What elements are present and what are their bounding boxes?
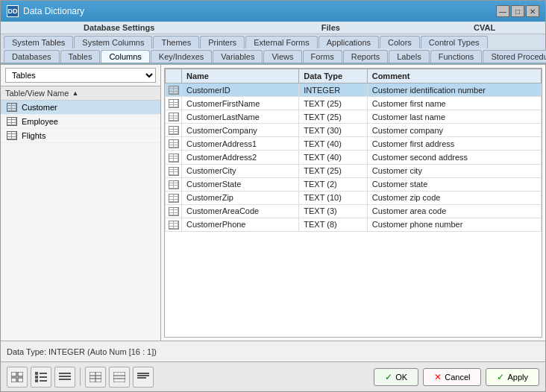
tab-system-tables[interactable]: System Tables bbox=[4, 36, 73, 48]
list-item[interactable]: Employee bbox=[1, 115, 160, 129]
tab-variables[interactable]: Variables bbox=[213, 50, 263, 63]
column-icon bbox=[169, 126, 179, 135]
group-labels-row: Database Settings Files CVAL bbox=[1, 22, 545, 34]
row-name: CustomerCity bbox=[182, 164, 299, 177]
table-row[interactable]: CustomerPhoneTEXT (8)Customer phone numb… bbox=[166, 218, 542, 231]
tab-columns[interactable]: Columns bbox=[101, 50, 149, 63]
row-comment: Customer identification number bbox=[367, 83, 541, 97]
table-row[interactable]: CustomerCompanyTEXT (30)Customer company bbox=[166, 124, 542, 137]
svg-rect-0 bbox=[11, 372, 16, 376]
row-comment: Customer first address bbox=[367, 137, 541, 151]
svg-rect-7 bbox=[40, 373, 47, 374]
table-header-row: Name Data Type Comment bbox=[166, 69, 542, 83]
minimize-button[interactable]: — bbox=[496, 5, 509, 17]
table-row[interactable]: CustomerAddress2TEXT (40)Customer second… bbox=[166, 151, 542, 164]
row-icon-cell bbox=[166, 97, 182, 110]
cancel-button[interactable]: ✕ Cancel bbox=[423, 368, 481, 386]
svg-rect-9 bbox=[40, 380, 47, 382]
svg-rect-12 bbox=[59, 379, 71, 380]
close-button[interactable]: ✕ bbox=[526, 5, 539, 17]
row-datatype: TEXT (40) bbox=[299, 151, 367, 164]
table-view-btn[interactable] bbox=[85, 367, 106, 388]
apply-button[interactable]: ✓ Apply bbox=[486, 368, 539, 386]
cancel-label: Cancel bbox=[445, 373, 470, 382]
svg-rect-10 bbox=[59, 373, 71, 374]
table-row[interactable]: CustomerZipTEXT (10)Customer zip code bbox=[166, 191, 542, 204]
tab-applications[interactable]: Applications bbox=[318, 36, 379, 48]
tab-external-forms[interactable]: External Forms bbox=[245, 36, 318, 48]
apply-label: Apply bbox=[507, 373, 528, 382]
row-comment: Customer second address bbox=[367, 151, 541, 164]
tab-key-indexes[interactable]: Key/Indexes bbox=[151, 50, 213, 63]
column-icon bbox=[169, 113, 179, 121]
row-datatype: TEXT (3) bbox=[299, 204, 367, 218]
row-name: CustomerPhone bbox=[182, 218, 299, 231]
table-row[interactable]: CustomerFirstNameTEXT (25)Customer first… bbox=[166, 97, 542, 110]
tab-themes[interactable]: Themes bbox=[153, 36, 199, 48]
sidebar-list: Customer Employee bbox=[1, 101, 160, 341]
row-name: CustomerID bbox=[182, 83, 299, 97]
table-row[interactable]: CustomerCityTEXT (25)Customer city bbox=[166, 164, 542, 177]
table-row[interactable]: CustomerAddress1TEXT (40)Customer first … bbox=[166, 137, 542, 151]
row-comment: Customer area code bbox=[367, 204, 541, 218]
table-row[interactable]: CustomerStateTEXT (2)Customer state bbox=[166, 177, 542, 191]
row-icon-cell bbox=[166, 164, 182, 177]
text-icon bbox=[137, 372, 149, 382]
rows-view-btn[interactable] bbox=[109, 367, 130, 388]
tab-forms[interactable]: Forms bbox=[303, 50, 342, 63]
table-row[interactable]: CustomerIDINTEGERCustomer identification… bbox=[166, 83, 542, 97]
ok-button[interactable]: ✓ OK bbox=[374, 368, 418, 386]
tab-databases[interactable]: Databases bbox=[4, 50, 60, 63]
tab-system-columns[interactable]: System Columns bbox=[74, 36, 152, 48]
list-item[interactable]: Customer bbox=[1, 101, 160, 115]
row-comment: Customer company bbox=[367, 124, 541, 137]
list-item[interactable]: Flights bbox=[1, 129, 160, 143]
text-view-btn[interactable] bbox=[133, 367, 154, 388]
svg-rect-6 bbox=[35, 379, 38, 382]
column-icon bbox=[169, 99, 179, 108]
column-icon bbox=[169, 180, 179, 189]
row-name: CustomerAddress1 bbox=[182, 137, 299, 151]
tab-labels[interactable]: Labels bbox=[389, 50, 429, 63]
column-icon bbox=[169, 221, 179, 230]
lines-view-btn[interactable] bbox=[54, 367, 75, 388]
tab-control-types[interactable]: Control Types bbox=[421, 36, 488, 48]
tab-views[interactable]: Views bbox=[263, 50, 301, 63]
maximize-button[interactable]: □ bbox=[511, 5, 524, 17]
title-buttons: — □ ✕ bbox=[496, 5, 539, 17]
main-window: DD Data Dictionary — □ ✕ Database Settin… bbox=[0, 0, 546, 392]
list-grid-icon bbox=[35, 372, 47, 382]
toolbar-icons-left bbox=[7, 367, 154, 388]
list-header-label: Table/View Name bbox=[5, 89, 69, 98]
svg-rect-20 bbox=[137, 373, 149, 374]
row-comment: Customer state bbox=[367, 177, 541, 191]
row-datatype: TEXT (25) bbox=[299, 110, 367, 124]
row-icon-cell bbox=[166, 83, 182, 97]
col-header-name: Name bbox=[182, 69, 299, 83]
tab-stored-procedures[interactable]: Stored Procedures bbox=[483, 50, 546, 63]
column-icon bbox=[169, 139, 179, 148]
tab-reports[interactable]: Reports bbox=[343, 50, 389, 63]
group-label-files: Files bbox=[234, 22, 427, 33]
sidebar-dropdown[interactable]: Tables bbox=[5, 68, 156, 83]
title-bar: DD Data Dictionary — □ ✕ bbox=[1, 1, 545, 22]
row-name: CustomerCompany bbox=[182, 124, 299, 137]
row-datatype: TEXT (40) bbox=[299, 137, 367, 151]
row-comment: Customer last name bbox=[367, 110, 541, 124]
tab-colors[interactable]: Colors bbox=[380, 36, 420, 48]
toolbar-divider-1 bbox=[80, 368, 81, 386]
table-row[interactable]: CustomerLastNameTEXT (25)Customer last n… bbox=[166, 110, 542, 124]
tab-functions[interactable]: Functions bbox=[430, 50, 483, 63]
sidebar-list-header: Table/View Name ▲ bbox=[1, 86, 160, 101]
tab-printers[interactable]: Printers bbox=[200, 36, 245, 48]
table-body: CustomerIDINTEGERCustomer identification… bbox=[166, 83, 542, 232]
list-view-btn[interactable] bbox=[31, 367, 51, 388]
grid-view-btn[interactable] bbox=[7, 367, 28, 388]
row-name: CustomerAreaCode bbox=[182, 204, 299, 218]
tab-tables[interactable]: Tables bbox=[60, 50, 101, 63]
table-row[interactable]: CustomerAreaCodeTEXT (3)Customer area co… bbox=[166, 204, 542, 218]
row-name: CustomerLastName bbox=[182, 110, 299, 124]
column-icon bbox=[169, 207, 179, 216]
row-icon-cell bbox=[166, 137, 182, 151]
svg-rect-22 bbox=[137, 377, 146, 379]
